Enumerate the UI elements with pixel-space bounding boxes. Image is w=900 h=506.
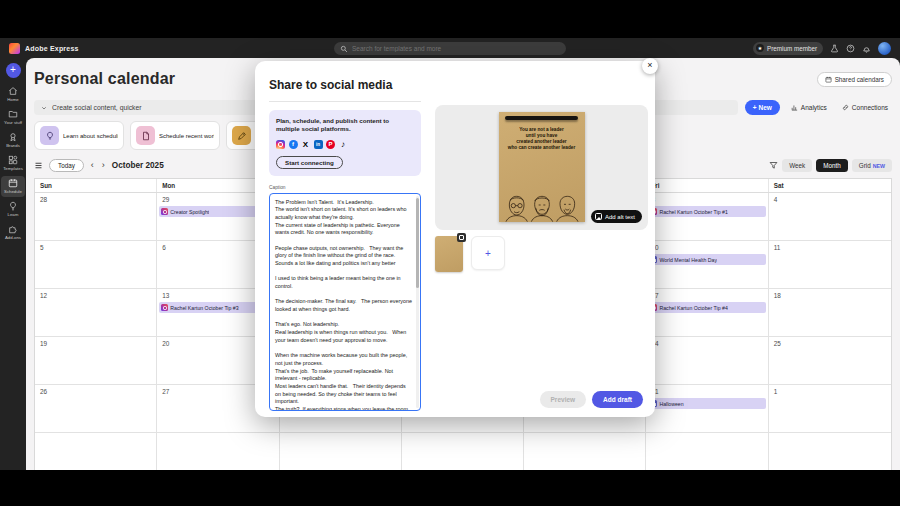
- card-label: Schedule recent work: [159, 133, 214, 139]
- calendar-cell[interactable]: [402, 433, 524, 470]
- avatar[interactable]: [878, 42, 891, 55]
- post-preview-card: You are not a leader until you have crea…: [435, 105, 648, 230]
- list-view-icon[interactable]: [34, 161, 43, 170]
- sidebar-label: Schedule: [4, 189, 22, 194]
- calendar-cell[interactable]: 28: [35, 193, 157, 241]
- day-number: 17: [648, 292, 765, 299]
- day-number: 4: [771, 196, 889, 203]
- calendar-event[interactable]: Rachel Kartun October Tip #1: [648, 206, 765, 217]
- calendar-cell[interactable]: 31Halloween: [646, 385, 768, 433]
- image-icon: [595, 213, 602, 220]
- calendar-event[interactable]: World Mental Health Day: [648, 254, 765, 265]
- calendar-cell[interactable]: 25: [769, 337, 891, 385]
- search-input[interactable]: [334, 42, 566, 55]
- calendar-event[interactable]: Rachel Kartun October Tip #4: [648, 302, 765, 313]
- caption-textarea[interactable]: The Problem Isn't Talent. It's Leadershi…: [269, 193, 421, 411]
- page-title: Personal calendar: [34, 70, 175, 88]
- calendar-cell[interactable]: 11: [769, 241, 891, 289]
- calendar-cell[interactable]: 12: [35, 289, 157, 337]
- calendar-cell[interactable]: 24: [646, 337, 768, 385]
- adobe-express-logo-icon[interactable]: [9, 43, 20, 54]
- calendar-cell[interactable]: [524, 433, 646, 470]
- day-number: 10: [648, 244, 765, 251]
- connect-info-box: Plan, schedule, and publish content to m…: [269, 110, 421, 176]
- calendar-cell[interactable]: [769, 433, 891, 470]
- add-ons-puzzle-icon: [8, 224, 18, 234]
- calendar-event[interactable]: Halloween: [648, 398, 765, 409]
- event-label: Rachel Kartun October Tip #4: [659, 305, 727, 311]
- quick-section-title: Create social content, quicker: [52, 104, 142, 111]
- poster-text-line: who can create another leader: [499, 145, 585, 151]
- sketched-faces-illustration: [502, 191, 582, 222]
- calendar-cell[interactable]: 5: [35, 241, 157, 289]
- calendar-cell[interactable]: [280, 433, 402, 470]
- add-alt-text-button[interactable]: Add alt text: [591, 210, 642, 223]
- shared-calendars-label: Shared calendars: [835, 76, 884, 83]
- add-media-button[interactable]: +: [471, 236, 505, 270]
- calendar-cell[interactable]: 19: [35, 337, 157, 385]
- sidebar-label: Add-ons: [5, 235, 21, 240]
- caption-text: The Problem Isn't Talent. It's Leadershi…: [275, 199, 413, 411]
- next-month-chevron[interactable]: ›: [101, 161, 106, 170]
- sidebar-item-templates[interactable]: Templates: [1, 153, 25, 174]
- calendar-cell[interactable]: 4: [769, 193, 891, 241]
- new-button[interactable]: + New: [745, 100, 780, 115]
- today-button[interactable]: Today: [49, 159, 84, 172]
- filter-funnel-icon[interactable]: [769, 161, 778, 170]
- calendar-cell[interactable]: 26: [35, 385, 157, 433]
- prev-month-chevron[interactable]: ‹: [90, 161, 95, 170]
- shared-calendars-button[interactable]: Shared calendars: [817, 72, 892, 87]
- top-bar: Adobe Express ★ Premium member: [0, 38, 900, 58]
- calendar-cell[interactable]: 18: [769, 289, 891, 337]
- card-schedule-recent-work[interactable]: Schedule recent work: [130, 121, 220, 150]
- day-number: 26: [37, 388, 154, 395]
- document-icon: [136, 126, 155, 145]
- add-draft-button[interactable]: Add draft: [592, 391, 643, 408]
- view-week-button[interactable]: Week: [782, 159, 812, 172]
- month-title: October 2025: [112, 161, 164, 170]
- help-icon[interactable]: [846, 44, 855, 53]
- calendar-cell[interactable]: [157, 433, 279, 470]
- sidebar-item-learn[interactable]: Learn: [1, 199, 25, 220]
- sidebar-item-home[interactable]: Home: [1, 84, 25, 105]
- instagram-icon: [276, 140, 285, 149]
- chevron-down-icon: [41, 105, 47, 111]
- create-new-button[interactable]: +: [6, 63, 21, 78]
- modal-title: Share to social media: [269, 78, 421, 92]
- premium-member-badge[interactable]: ★ Premium member: [753, 42, 823, 55]
- sidebar-item-your-stuff[interactable]: Your stuff: [1, 107, 25, 128]
- sidebar: + Home Your stuff Brands Templates Sched…: [0, 58, 26, 470]
- calendar-cell[interactable]: 1: [769, 385, 891, 433]
- calendar-cell[interactable]: 10World Mental Health Day: [646, 241, 768, 289]
- sidebar-item-brands[interactable]: Brands: [1, 130, 25, 151]
- media-thumbnail[interactable]: [435, 236, 463, 272]
- calendar-cell[interactable]: [646, 433, 768, 470]
- sidebar-item-add-ons[interactable]: Add-ons: [1, 222, 25, 243]
- sidebar-label: Templates: [3, 166, 23, 171]
- close-icon[interactable]: ×: [642, 58, 658, 74]
- calendar-cell[interactable]: 17Rachel Kartun October Tip #4: [646, 289, 768, 337]
- event-label: Rachel Kartun October Tip #1: [659, 209, 727, 215]
- view-month-button[interactable]: Month: [816, 159, 848, 172]
- post-image[interactable]: You are not a leader until you have crea…: [499, 112, 585, 222]
- notifications-bell-icon[interactable]: [862, 44, 871, 53]
- sidebar-label: Learn: [8, 212, 19, 217]
- beta-flask-icon[interactable]: [830, 44, 839, 53]
- analytics-button[interactable]: Analytics: [787, 100, 831, 115]
- calendar-cell[interactable]: [35, 433, 157, 470]
- card-learn-about-scheduling[interactable]: Learn about scheduling: [34, 121, 124, 150]
- day-number: 19: [37, 340, 154, 347]
- view-grid-button[interactable]: GridNEW: [852, 159, 892, 172]
- calendar-cell[interactable]: 3Rachel Kartun October Tip #1: [646, 193, 768, 241]
- preview-button[interactable]: Preview: [540, 391, 587, 408]
- sidebar-item-schedule[interactable]: Schedule: [1, 176, 25, 197]
- instagram-icon: [161, 304, 168, 311]
- social-platform-icons: fXinP♪: [276, 140, 414, 149]
- connections-button[interactable]: Connections: [838, 100, 892, 115]
- day-header: Sat: [769, 179, 891, 192]
- caption-scrollbar-thumb[interactable]: [416, 198, 419, 288]
- day-number: 5: [37, 244, 154, 251]
- share-to-social-modal: × Share to social media Plan, schedule, …: [255, 61, 655, 417]
- card-label: Learn about scheduling: [63, 133, 118, 139]
- start-connecting-button[interactable]: Start connecting: [276, 156, 343, 169]
